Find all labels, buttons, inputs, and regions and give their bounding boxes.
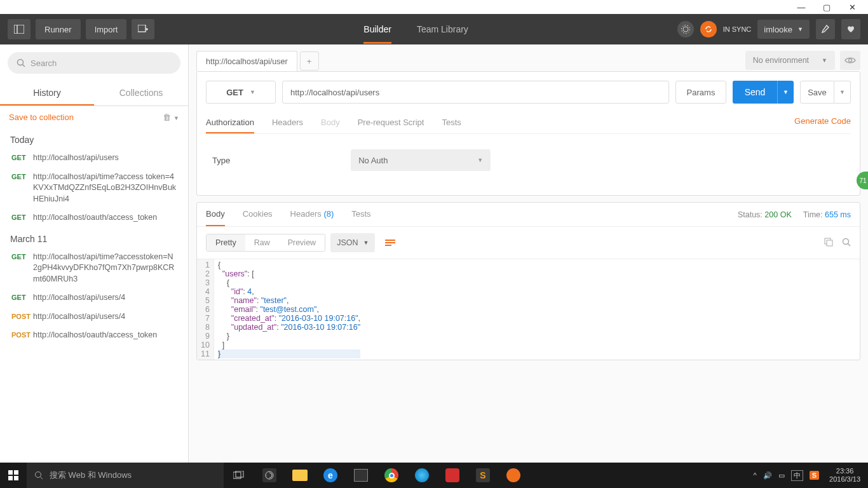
sidebar-tab-collections[interactable]: Collections	[94, 81, 188, 105]
history-url: http://localhost/api/time?accesstoken=N2…	[33, 252, 177, 285]
history-url: http://localhost/api/users	[33, 152, 177, 164]
svg-rect-17	[8, 470, 13, 475]
sidebar-tab-history[interactable]: History	[0, 81, 94, 105]
sublime-icon[interactable]: S	[468, 463, 498, 488]
send-button[interactable]: Send	[733, 81, 777, 104]
new-window-button[interactable]	[132, 19, 154, 39]
format-segmented: Pretty Raw Preview	[206, 234, 325, 252]
auth-type-dropdown[interactable]: No Auth▼	[351, 149, 491, 171]
user-dropdown[interactable]: imlooke▼	[757, 20, 810, 39]
svg-point-5	[683, 27, 688, 32]
app-icon[interactable]	[254, 463, 285, 488]
format-preview[interactable]: Preview	[279, 234, 325, 251]
svg-line-16	[848, 243, 851, 246]
svg-point-7	[18, 60, 24, 65]
toggle-sidebar-button[interactable]	[8, 19, 31, 39]
response-body[interactable]: 1234567891011 { "users": [ { "id": 4, "n…	[197, 259, 860, 360]
format-type-dropdown[interactable]: JSON▼	[330, 233, 375, 252]
environment-dropdown[interactable]: No environment▼	[745, 51, 835, 70]
add-tab-button[interactable]: +	[300, 51, 319, 71]
sync-icon[interactable]	[700, 21, 717, 37]
copy-response-button[interactable]	[824, 238, 833, 248]
history-item[interactable]: GEThttp://localhost/api/users	[0, 149, 188, 168]
svg-rect-18	[14, 470, 18, 475]
tab-prerequest[interactable]: Pre-request Script	[358, 112, 424, 133]
wrap-lines-button[interactable]	[380, 233, 400, 252]
save-dropdown[interactable]: ▼	[834, 81, 851, 104]
svg-point-6	[681, 25, 689, 34]
response-tab-body[interactable]: Body	[206, 203, 225, 226]
save-to-collection-link[interactable]: Save to collection	[9, 112, 74, 122]
request-tab[interactable]: http://localhost/api/user	[196, 51, 297, 71]
start-button[interactable]	[0, 463, 27, 488]
generate-code-link[interactable]: Generate Code	[794, 116, 851, 126]
history-url: http://localhost/api/users/4	[33, 292, 177, 304]
runner-button[interactable]: Runner	[36, 19, 81, 39]
chrome-icon[interactable]	[376, 463, 407, 488]
edge-icon[interactable]: e	[315, 463, 346, 488]
explorer-icon[interactable]	[285, 463, 315, 488]
method-selector[interactable]: GET▼	[206, 81, 276, 104]
task-view-icon[interactable]	[224, 463, 254, 488]
svg-rect-14	[827, 240, 832, 246]
taskbar-search[interactable]: 搜索 Web 和 Windows	[27, 463, 224, 488]
params-button[interactable]: Params	[675, 81, 726, 104]
tab-team-library[interactable]: Team Library	[417, 15, 468, 44]
settings-button[interactable]	[816, 19, 835, 39]
search-input[interactable]: Search	[8, 52, 180, 74]
response-tab-headers[interactable]: Headers (8)	[290, 203, 334, 226]
tab-authorization[interactable]: Authorization	[206, 112, 254, 133]
history-item[interactable]: GEThttp://localhost/oauth/access_token	[0, 208, 188, 227]
clock[interactable]: 23:362016/3/13	[825, 467, 864, 484]
response-tab-cookies[interactable]: Cookies	[243, 203, 273, 226]
search-response-button[interactable]	[842, 238, 851, 248]
search-icon	[17, 58, 25, 67]
url-input[interactable]: http://localhost/api/users	[282, 81, 669, 104]
request-panel: GET▼ http://localhost/api/users Params S…	[196, 71, 860, 196]
store-icon[interactable]	[346, 463, 376, 488]
trash-icon[interactable]: 🗑 ▼	[163, 112, 179, 122]
tab-tests[interactable]: Tests	[442, 112, 461, 133]
history-item[interactable]: POSThttp://localhost/api/users/4	[0, 308, 188, 327]
history-method: GET	[11, 252, 33, 285]
minimize-button[interactable]: —	[797, 3, 806, 11]
history-item[interactable]: GEThttp://localhost/api/time?access toke…	[0, 168, 188, 209]
tray-icon[interactable]: ▭	[778, 471, 785, 480]
import-button[interactable]: Import	[86, 19, 127, 39]
volume-icon[interactable]: 🔊	[763, 471, 772, 480]
save-button[interactable]: Save	[800, 81, 834, 104]
history-item[interactable]: GEThttp://localhost/api/users/4	[0, 288, 188, 308]
history-method: GET	[11, 152, 33, 164]
history-item[interactable]: GEThttp://localhost/api/time?accesstoken…	[0, 248, 188, 289]
heart-button[interactable]	[841, 19, 860, 39]
format-raw[interactable]: Raw	[245, 234, 279, 251]
response-tab-tests[interactable]: Tests	[351, 203, 370, 226]
send-dropdown[interactable]: ▼	[777, 81, 794, 104]
content-area: 71 http://localhost/api/user + No enviro…	[189, 44, 868, 463]
format-pretty[interactable]: Pretty	[207, 234, 245, 251]
interceptor-icon[interactable]	[677, 21, 694, 37]
history-url: http://localhost/oauth/access_token	[33, 212, 177, 224]
environment-preview-button[interactable]	[840, 51, 860, 70]
sogou-icon[interactable]: S	[810, 471, 819, 479]
ime-indicator[interactable]: 中	[791, 470, 803, 481]
postman-icon[interactable]	[498, 463, 529, 488]
tab-headers[interactable]: Headers	[272, 112, 303, 133]
maximize-button[interactable]: ▢	[822, 3, 831, 11]
history-method: POST	[11, 330, 33, 341]
close-button[interactable]: ✕	[848, 3, 857, 11]
taskbar: 搜索 Web 和 Windows e S ^ 🔊 ▭ 中 S 23:362016…	[0, 463, 868, 488]
history-item[interactable]: POSThttp://localhost/oauth/access_token	[0, 326, 188, 345]
tab-builder[interactable]: Builder	[363, 15, 391, 44]
svg-point-9	[849, 59, 852, 62]
svg-rect-20	[14, 476, 18, 480]
history-url: http://localhost/api/time?access token=4…	[33, 172, 177, 205]
tab-body[interactable]: Body	[321, 112, 340, 133]
history-method: GET	[11, 292, 33, 304]
netease-icon[interactable]	[437, 463, 468, 488]
response-panel: Body Cookies Headers (8) Tests Status: 2…	[196, 202, 860, 360]
history-group-header: Today	[0, 128, 188, 149]
app-icon[interactable]	[407, 463, 437, 488]
history-method: GET	[11, 172, 33, 205]
tray-chevron-icon[interactable]: ^	[754, 471, 757, 479]
